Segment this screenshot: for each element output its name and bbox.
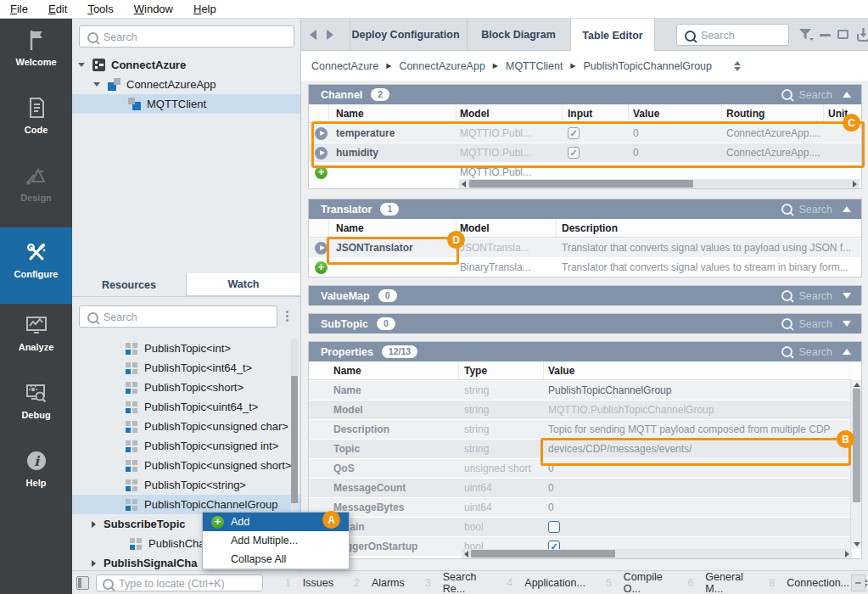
panel-alarms[interactable]: 2Alarms — [344, 571, 415, 594]
expand-section-icon[interactable] — [843, 321, 851, 327]
tab-table-editor[interactable]: Table Editor — [571, 19, 654, 52]
breadcrumb-item[interactable]: ConnectAzureApp — [399, 60, 484, 72]
sidebar-item-help[interactable]: i Help — [0, 448, 72, 502]
forward-arrow-icon[interactable] — [327, 30, 333, 40]
panel-search-results[interactable]: 3Search Re... — [415, 571, 497, 594]
tab-watch[interactable]: Watch — [187, 273, 300, 296]
tree-node-connectazure[interactable]: ConnectAzure — [72, 55, 300, 75]
locate-box[interactable] — [96, 574, 263, 591]
add-button[interactable]: + — [315, 166, 328, 179]
properties-section-header[interactable]: Properties 12/13 Search — [309, 342, 861, 361]
scroll-left-icon[interactable] — [462, 181, 466, 188]
list-item[interactable]: PublishTopic<short> — [72, 378, 300, 397]
kebab-menu-icon[interactable] — [286, 311, 288, 322]
tab-resources[interactable]: Resources — [72, 273, 187, 296]
scrollbar-corner[interactable] — [851, 574, 865, 591]
list-item[interactable]: PublishTopic<int64_t> — [72, 358, 300, 378]
input-checkbox[interactable]: ✓ — [568, 147, 580, 159]
input-checkbox[interactable]: ✓ — [568, 127, 580, 139]
valuemap-section-header[interactable]: ValueMap 0 Search — [309, 286, 861, 305]
expand-section-icon[interactable] — [843, 293, 851, 299]
subtopic-search[interactable]: Search — [781, 314, 832, 333]
list-item[interactable]: PublishTopic<unsigned char> — [72, 417, 300, 436]
channel-section-header[interactable]: Channel 2 Search — [309, 85, 861, 104]
scroll-up-icon[interactable] — [854, 383, 860, 387]
scrollbar-thumb[interactable] — [291, 376, 298, 503]
channel-search[interactable]: Search — [781, 85, 832, 104]
list-item[interactable]: PublishTopic<string> — [72, 475, 300, 495]
resources-search[interactable] — [79, 305, 277, 328]
retain-checkbox[interactable] — [548, 521, 560, 533]
collapse-section-icon[interactable] — [843, 92, 851, 98]
property-row-retain[interactable]: Retain bool — [309, 517, 852, 536]
property-row[interactable]: Model string MQTTIO.PublishTopicChannelG… — [309, 400, 852, 419]
collapse-section-icon[interactable] — [843, 206, 851, 212]
valuemap-search[interactable]: Search — [781, 286, 832, 305]
editor-search[interactable] — [676, 24, 789, 46]
list-scrollbar[interactable] — [291, 339, 298, 534]
expand-arrow-icon[interactable] — [92, 521, 96, 528]
back-arrow-icon[interactable] — [310, 30, 316, 40]
scroll-left-icon[interactable] — [464, 551, 468, 558]
sort-updown-icon[interactable] — [734, 61, 741, 71]
channel-horizontal-scrollbar[interactable] — [459, 179, 860, 188]
panel-connection[interactable]: 8Connection... — [759, 571, 860, 594]
collapse-arrow-icon[interactable] — [93, 82, 100, 87]
collapse-arrow-icon[interactable] — [78, 63, 85, 67]
property-row[interactable]: Name string PublishTopicChannelGroup — [309, 380, 852, 400]
menu-edit[interactable]: Edit — [48, 3, 67, 15]
translator-section-header[interactable]: Translator 1 Search — [309, 199, 861, 219]
panel-application[interactable]: 4Application... — [496, 571, 596, 594]
editor-search-input[interactable] — [699, 25, 788, 47]
translator-add-row[interactable]: + BinaryTransla... Translator that conve… — [309, 257, 861, 277]
sidebar-item-configure[interactable]: Configure — [0, 227, 72, 304]
maximize-icon[interactable] — [837, 30, 848, 39]
export-download-icon[interactable] — [856, 27, 868, 42]
sidebar-item-code[interactable]: Code — [0, 95, 72, 149]
list-item[interactable]: PublishTopic<unsigned int> — [72, 436, 300, 456]
scrollbar-thumb[interactable] — [471, 550, 615, 558]
tab-deploy-configuration[interactable]: Deploy Configuration — [350, 19, 461, 51]
play-button[interactable] — [315, 242, 328, 255]
panel-issues[interactable]: 1Issues — [275, 571, 344, 594]
play-button[interactable] — [315, 127, 328, 140]
project-search[interactable] — [79, 25, 294, 48]
resources-search-input[interactable] — [102, 306, 277, 328]
collapse-all-icon[interactable] — [820, 34, 831, 36]
property-row[interactable]: MessageCount uint64 0 — [309, 478, 852, 497]
channel-row[interactable]: humidity MQTTIO.Publ... ✓ 0 ConnectAzure… — [309, 143, 861, 162]
menu-tools[interactable]: Tools — [87, 3, 113, 15]
breadcrumb-item[interactable]: ConnectAzure — [311, 60, 378, 72]
project-search-input[interactable] — [102, 26, 294, 48]
properties-horizontal-scrollbar[interactable] — [462, 549, 852, 558]
property-row[interactable]: Description string Topic for sending MQT… — [309, 419, 852, 439]
property-row-topic[interactable]: Topic string devices/CDP/messages/events… — [309, 439, 852, 458]
sidebar-item-debug[interactable]: Debug — [0, 380, 72, 434]
tree-node-connectazureapp[interactable]: ConnectAzureApp — [72, 75, 300, 94]
play-button[interactable] — [315, 147, 328, 160]
translator-row[interactable]: JSONTranslator JSONTransla... Translator… — [309, 238, 861, 257]
add-button[interactable]: + — [315, 261, 328, 274]
channel-row[interactable]: temperature MQTTIO.Publ... ✓ 0 ConnectAz… — [309, 123, 861, 143]
list-item[interactable]: PublishTopic<uint64_t> — [72, 397, 300, 417]
subtopic-section-header[interactable]: SubTopic 0 Search — [309, 314, 861, 333]
translator-search[interactable]: Search — [781, 199, 832, 219]
collapse-section-icon[interactable] — [843, 349, 851, 355]
list-item[interactable]: PublishTopic<unsigned short> — [72, 456, 300, 475]
context-menu-collapse-all[interactable]: Collapse All — [203, 550, 349, 569]
panel-general-messages[interactable]: 6General M... — [677, 571, 759, 594]
sidebar-item-analyze[interactable]: Analyze — [0, 312, 72, 367]
property-row[interactable]: MessageBytes uint64 0 — [309, 497, 852, 517]
scroll-down-icon[interactable] — [854, 542, 860, 546]
scroll-right-icon[interactable] — [853, 181, 857, 188]
breadcrumb-item[interactable]: PublishTopicChannelGroup — [584, 60, 712, 72]
expand-arrow-icon[interactable] — [92, 560, 96, 567]
breadcrumb-item[interactable]: MQTTClient — [506, 60, 563, 72]
locate-input[interactable] — [117, 575, 275, 592]
menu-window[interactable]: Window — [134, 3, 173, 15]
properties-search[interactable]: Search — [781, 342, 832, 361]
filter-icon[interactable] — [798, 28, 814, 42]
tree-node-mqttclient[interactable]: MQTTClient — [72, 94, 300, 114]
scroll-right-icon[interactable] — [845, 551, 849, 558]
list-item[interactable]: PublishTopic<int> — [72, 339, 300, 358]
